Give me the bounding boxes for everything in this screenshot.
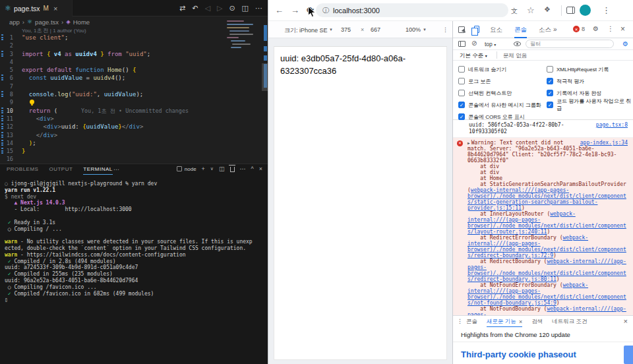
side-panel-icon[interactable]: [566, 7, 575, 14]
whats-new-heading[interactable]: Third-party cookie phaseout: [461, 349, 576, 359]
stack-frame-link[interactable]: webpack-internal:///(app-pages-browser)/…: [467, 306, 626, 315]
split-editor-icon[interactable]: ◫: [242, 4, 249, 13]
panel-tab-output[interactable]: OUTPUT: [49, 166, 73, 175]
devtools-panel: 요소콘솔소스 » ✕ 8 ⚙ ⋮ × ⊘ top ▾ ⚙ 기본 수준 ▾ 문제 …: [452, 21, 633, 364]
react-file-icon: ⚛: [27, 18, 32, 25]
console-filter-input[interactable]: [526, 40, 614, 48]
close-tab-icon[interactable]: ×: [53, 5, 57, 13]
console-setting[interactable]: 네트워크 숨기기: [458, 63, 545, 75]
log-levels-select[interactable]: 기본 수준 ▾: [460, 52, 487, 60]
breadcrumb-app[interactable]: app: [9, 18, 20, 26]
maximize-panel-icon[interactable]: ^: [251, 166, 254, 172]
stack-frame-link[interactable]: webpack-internal:///(app-pages-browser)/…: [467, 235, 626, 258]
forward-icon[interactable]: →: [291, 5, 299, 15]
source-link[interactable]: page.tsx:8: [596, 122, 628, 129]
devtools-tab[interactable]: 콘솔: [514, 21, 527, 38]
code-area[interactable]: 1"use client";23import { v4 as uuidv4 } …: [0, 34, 268, 164]
device-toolbar-menu-icon[interactable]: ⋮: [442, 26, 448, 33]
context-select[interactable]: top ▾: [485, 41, 496, 47]
back-icon[interactable]: ←: [275, 5, 284, 15]
drawer-close-icon[interactable]: ×: [624, 317, 628, 325]
terminal-dropdown-icon[interactable]: ∨: [210, 166, 214, 171]
more-panels-icon[interactable]: »: [553, 26, 557, 33]
drawer-tab[interactable]: 콘솔: [466, 316, 477, 328]
symbol-method-icon: ◈: [66, 18, 71, 25]
inspect-element-icon[interactable]: [458, 26, 465, 33]
breadcrumb-symbol[interactable]: Home: [73, 18, 90, 26]
panel-tab-terminal[interactable]: TERMINAL: [83, 166, 112, 175]
terminal-profile[interactable]: node: [177, 166, 196, 172]
devtools-tab-bar: 요소콘솔소스 » ✕ 8 ⚙ ⋮ ×: [453, 21, 633, 38]
split-terminal-icon[interactable]: ◫: [219, 166, 225, 172]
browser-menu-icon[interactable]: ⋮: [602, 5, 611, 15]
discard-icon[interactable]: ↶: [192, 4, 198, 13]
console-setting[interactable]: ✓적극적 평가: [547, 75, 632, 87]
console-setting[interactable]: ✓코드 평가를 사용자 작업으로 취급: [547, 99, 632, 111]
console-setting[interactable]: ✓콘솔에 CORS 오류 표시: [458, 111, 545, 123]
tab-page-tsx[interactable]: ⚛ page.tsx M ×: [0, 0, 73, 16]
console-setting[interactable]: ✓콘솔에서 유사한 메시지 그룹화: [458, 99, 545, 111]
console-setting[interactable]: 로그 보존: [458, 75, 545, 87]
panel-more-actions-icon[interactable]: ⋯: [240, 166, 246, 172]
address-bar[interactable]: ⓘ localhost:3000: [316, 3, 508, 17]
error-badge[interactable]: ✕ 8: [573, 26, 585, 32]
nav-back-icon[interactable]: ◁: [204, 4, 210, 13]
terminal-line: ected, double-check the `content` option…: [5, 245, 266, 252]
console-settings-icon[interactable]: ⚙: [622, 40, 628, 47]
settings-column-2: XMLHttpRequest 기록✓적극적 평가✓기록에서 자동 완성✓코드 평…: [547, 63, 632, 111]
drawer-tab[interactable]: 네트워크 조건: [552, 316, 587, 328]
console-setting[interactable]: 선택된 컨텍스트만: [458, 87, 545, 99]
stack-frame-link[interactable]: webpack-internal:///(app-pages-browser)/…: [467, 258, 626, 282]
settings-column-1: 네트워크 숨기기로그 보존선택된 컨텍스트만✓콘솔에서 유사한 메시지 그룹화✓…: [458, 63, 545, 123]
terminal-output[interactable]: ○ ijong-gil@jgjgill nextjs-playground % …: [5, 181, 266, 303]
console-setting[interactable]: XMLHttpRequest 기록: [547, 63, 632, 75]
run-icon[interactable]: ⊙: [229, 4, 235, 13]
device-toolbar-toggle-icon[interactable]: [474, 26, 479, 33]
overview-ruler-mark: [264, 46, 267, 51]
terminal-line: ○ Compiling /favicon.ico ...: [5, 284, 266, 291]
device-select[interactable]: 크기: iPhone SE: [284, 26, 328, 35]
zoom-select[interactable]: 100%: [406, 26, 421, 33]
stack-frame-link[interactable]: webpack-internal:///(app-pages-browser)/…: [467, 211, 626, 235]
source-link[interactable]: app-index.js:34: [580, 140, 628, 146]
kill-terminal-icon[interactable]: [230, 167, 235, 172]
devtools-menu-icon[interactable]: ⋮: [607, 25, 614, 32]
device-width-field[interactable]: 375: [341, 26, 351, 33]
drawer-tab[interactable]: 검색: [531, 316, 543, 328]
stack-frame-link[interactable]: webpack-internal:///(app-pages-browser)/…: [467, 282, 626, 306]
site-info-icon[interactable]: ⓘ: [322, 6, 329, 15]
extensions-icon[interactable]: ❖: [544, 5, 551, 14]
whats-new-thumbnail: [624, 346, 633, 364]
device-height-field[interactable]: 667: [371, 26, 380, 33]
devtools-tab[interactable]: 소스: [539, 21, 551, 38]
live-expression-icon[interactable]: [514, 42, 521, 46]
clear-console-icon[interactable]: ⊘: [471, 40, 477, 47]
console-error-text[interactable]: app-index.js:34▶Warning: Text content di…: [453, 138, 633, 315]
devtools-tab[interactable]: 요소: [490, 21, 502, 38]
breadcrumb-file[interactable]: page.tsx: [35, 18, 59, 26]
translate-icon[interactable]: 文: [511, 7, 518, 16]
rendered-page[interactable]: uuid: e3db05a7-25fd-4d80-a06a-6323307cca…: [274, 46, 447, 360]
devtools-close-icon[interactable]: ×: [620, 24, 625, 34]
console-sidebar-icon[interactable]: [458, 41, 466, 47]
nav-forward-icon[interactable]: ▷: [217, 4, 222, 13]
close-panel-icon[interactable]: ×: [259, 166, 262, 172]
lightbulb-icon[interactable]: [30, 100, 34, 104]
minimap[interactable]: [226, 19, 260, 51]
terminal-line: ✓ Ready in 3.1s: [5, 220, 266, 226]
editor-actions: ⇄ ↶ ◁ ▷ ⊙ ◫ ⋯: [179, 0, 262, 16]
devtools-settings-icon[interactable]: ⚙: [593, 25, 599, 32]
bookmark-star-icon[interactable]: ☆: [527, 5, 535, 15]
editor-scrollbar[interactable]: [262, 63, 268, 91]
profile-avatar[interactable]: [580, 5, 591, 16]
no-issues-label[interactable]: 문제 없음: [503, 52, 527, 60]
code-line: 8 console.log("uuid:", uuidValue);: [0, 90, 268, 98]
new-terminal-icon[interactable]: +: [202, 166, 205, 172]
drawer-menu-icon[interactable]: ⋮: [457, 318, 463, 324]
stack-frame-link[interactable]: webpack-internal:///(app-pages-browser)/…: [467, 187, 626, 211]
panel-tab-problems[interactable]: PROBLEMS: [7, 166, 38, 175]
drawer-tab[interactable]: 새로운 기능×: [487, 316, 522, 328]
panel-more-icon[interactable]: ⋯: [113, 166, 119, 173]
open-changes-icon[interactable]: ⇄: [179, 4, 185, 13]
more-actions-icon[interactable]: ⋯: [255, 4, 262, 13]
